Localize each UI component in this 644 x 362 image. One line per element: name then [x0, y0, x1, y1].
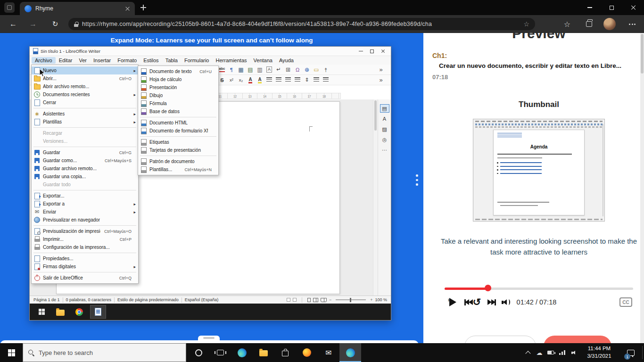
- subscript-icon[interactable]: [237, 76, 245, 84]
- inner-taskbar-chrome[interactable]: [71, 305, 87, 319]
- menu-insertar[interactable]: Insertar: [90, 57, 114, 64]
- taskbar-store-button[interactable]: [274, 343, 296, 362]
- menu-item-hoja-de-cálculo[interactable]: Hoja de cálculo: [138, 75, 218, 83]
- status-word-count[interactable]: 0 palabras, 0 caracteres: [66, 297, 112, 302]
- highlight-color-icon[interactable]: [256, 76, 264, 84]
- inner-taskbar-writer-active[interactable]: [90, 305, 106, 319]
- insert-field-icon[interactable]: [284, 66, 292, 74]
- writer-close-icon[interactable]: [381, 49, 385, 53]
- writer-titlebar[interactable]: Sin título 1 - LibreOffice Writer: [30, 47, 391, 56]
- taskbar-mail-button[interactable]: [318, 343, 339, 362]
- single-page-view-icon[interactable]: [307, 298, 311, 302]
- menu-archivo[interactable]: Archivo: [32, 57, 56, 64]
- window-minimize-button[interactable]: [579, 0, 601, 15]
- menu-ventana[interactable]: Ventana: [250, 57, 276, 64]
- panel-resize-handle[interactable]: [416, 174, 418, 186]
- menu-item-configuración-de-la-impresora[interactable]: Configuración de la impresora...: [32, 243, 138, 251]
- address-bar[interactable]: https://rhyme.com/app/recording/c25105b9…: [68, 18, 535, 30]
- book-view-icon[interactable]: [321, 298, 327, 302]
- menu-item-documento-html[interactable]: Documento HTML: [138, 119, 218, 127]
- window-maximize-button[interactable]: [601, 0, 622, 15]
- closed-captions-button[interactable]: CC: [619, 297, 632, 307]
- status-language[interactable]: Español (España): [185, 297, 219, 302]
- replay-15-button[interactable]: ↺15: [473, 296, 481, 308]
- menu-item-previsualizar-en-navegador[interactable]: Previsualizar en navegador: [32, 216, 138, 224]
- profile-avatar[interactable]: [603, 18, 616, 30]
- menu-item-abrir[interactable]: Abrir...Ctrl+O: [32, 74, 138, 82]
- window-close-button[interactable]: [622, 0, 644, 15]
- menu-formato[interactable]: Formato: [114, 57, 140, 64]
- browser-tab[interactable]: Rhyme: [20, 2, 135, 15]
- insert-comment-icon[interactable]: [312, 66, 321, 74]
- zoom-slider[interactable]: [336, 299, 366, 300]
- font-color-icon[interactable]: [246, 76, 255, 84]
- insert-image-icon[interactable]: [246, 66, 255, 74]
- forward-button[interactable]: [26, 15, 40, 33]
- taskbar-file-explorer-button[interactable]: [253, 343, 274, 362]
- menu-item-exportar-a[interactable]: Exportar a: [32, 200, 138, 208]
- insert-chart-icon[interactable]: [256, 66, 264, 74]
- tray-onedrive-button[interactable]: [534, 343, 545, 362]
- menu-item-cerrar[interactable]: Cerrar: [32, 99, 138, 107]
- back-button[interactable]: [7, 15, 20, 33]
- menu-item-base-de-datos[interactable]: Base de datos: [138, 107, 218, 115]
- bullet-list-icon[interactable]: [312, 76, 321, 84]
- menu-item-etiquetas[interactable]: Etiquetas: [138, 138, 218, 146]
- modified-flag-icon[interactable]: [293, 298, 297, 302]
- menu-ayuda[interactable]: Ayuda: [276, 57, 297, 64]
- menu-item-guardar-archivo-remoto[interactable]: Guardar archivo remoto...: [32, 165, 138, 173]
- menu-item-enviar[interactable]: Enviar: [32, 208, 138, 216]
- menu-item-salir-de-libreoffice[interactable]: Salir de LibreOfficeCtrl+Q: [32, 274, 138, 282]
- tray-volume-button[interactable]: [568, 343, 579, 362]
- align-center-icon[interactable]: [274, 76, 283, 84]
- menu-item-tarjetas-de-presentación[interactable]: Tarjetas de presentación: [138, 146, 218, 154]
- show-desktop-divider[interactable]: [642, 346, 643, 359]
- thumbnail-image[interactable]: Agenda: [469, 116, 609, 228]
- multi-page-view-icon[interactable]: [313, 298, 318, 302]
- zoom-level[interactable]: 100 %: [375, 297, 387, 302]
- tray-tray-expand-button[interactable]: [522, 343, 534, 362]
- menu-item-plantillas[interactable]: Plantillas: [32, 118, 138, 126]
- menu-tabla[interactable]: Tabla: [162, 57, 181, 64]
- status-page-count[interactable]: Página 1 de 1: [33, 297, 60, 302]
- taskbar-search[interactable]: [23, 343, 186, 362]
- sidebar-tab-styles[interactable]: A: [380, 115, 389, 123]
- browser-app-icon[interactable]: [4, 2, 15, 13]
- more-icon[interactable]: [377, 66, 385, 74]
- add-favorite-icon[interactable]: [523, 20, 529, 28]
- bottom-sheet-handle[interactable]: [198, 336, 220, 340]
- action-center-button[interactable]: 1: [621, 343, 640, 362]
- align-left-icon[interactable]: [265, 76, 273, 84]
- menu-item-previsualización-de-impresión[interactable]: Previsualización de impresiónCtrl+Mayús+…: [32, 227, 138, 235]
- skip-end-button[interactable]: [487, 296, 496, 308]
- writer-maximize-icon[interactable]: [370, 49, 374, 53]
- browser-menu-button[interactable]: [625, 15, 639, 33]
- menu-item-dibujo[interactable]: Dibujo: [138, 91, 218, 99]
- spellcheck-icon[interactable]: [218, 66, 226, 74]
- menu-item-abrir-archivo-remoto[interactable]: Abrir archivo remoto...: [32, 82, 138, 90]
- tray-battery-button[interactable]: [545, 343, 556, 362]
- menu-item-presentación[interactable]: Presentación: [138, 83, 218, 91]
- menu-item-documentos-recientes[interactable]: Documentos recientes: [32, 90, 138, 99]
- taskbar-task-view-button[interactable]: [209, 343, 231, 362]
- skip-start-button[interactable]: [464, 296, 473, 308]
- menu-item-fórmula[interactable]: Fórmula: [138, 99, 218, 107]
- volume-button[interactable]: [502, 296, 510, 308]
- menu-item-documento-de-formulario-xml[interactable]: Documento de formulario XML: [138, 127, 218, 135]
- menu-ver[interactable]: Ver: [75, 57, 90, 64]
- menu-estilos[interactable]: Estilos: [140, 57, 162, 64]
- collections-button[interactable]: [582, 15, 596, 33]
- menu-item-firmas-digitales[interactable]: Firmas digitales: [32, 263, 138, 271]
- menu-item-documento-de-texto[interactable]: Documento de textoCtrl+U: [138, 67, 218, 75]
- menu-item-asistentes[interactable]: Asistentes: [32, 110, 138, 118]
- menu-item-plantillas[interactable]: Plantillas...Ctrl+Mayús+N: [138, 165, 218, 173]
- menu-editar[interactable]: Editar: [56, 57, 76, 64]
- sidebar-tab-navigator[interactable]: ◎: [380, 135, 389, 144]
- writer-minimize-icon[interactable]: [359, 51, 363, 51]
- superscript-icon[interactable]: [227, 76, 236, 84]
- menu-item-exportar[interactable]: Exportar...: [32, 192, 138, 200]
- refresh-button[interactable]: [49, 15, 62, 33]
- inner-taskbar-start[interactable]: [33, 305, 50, 319]
- more-icon[interactable]: [377, 76, 385, 84]
- taskbar-edge-button[interactable]: [231, 343, 253, 362]
